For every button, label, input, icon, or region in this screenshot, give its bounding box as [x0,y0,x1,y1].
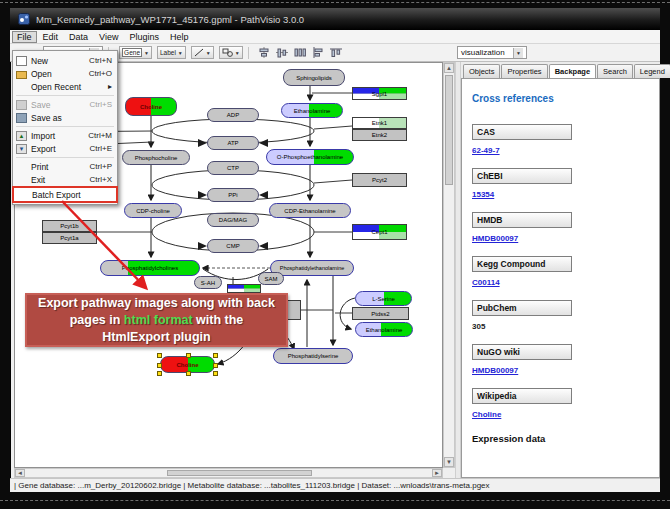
align-top-button[interactable] [329,46,344,59]
selection-handle[interactable] [213,363,218,368]
menu-help[interactable]: Help [165,31,194,43]
node-ethanolamine-top[interactable]: Ethanolamine [281,103,343,118]
node-l-serine[interactable]: L-Serine [355,291,412,306]
menu-item-save-as[interactable]: Save as [13,111,117,124]
menu-item-label: Batch Export [32,190,111,200]
gene-node-sgpl1[interactable]: Sgpl1 [352,87,407,100]
node-phosphocholine[interactable]: Phosphocholine [122,150,190,165]
node-atp[interactable]: ATP [207,136,259,150]
selection-handle[interactable] [157,371,162,376]
scroll-down-icon[interactable]: ▼ [444,457,454,467]
node-ethanolamine-bottom[interactable]: Ethanolamine [355,322,413,337]
spacer [17,190,28,200]
node-phosphatidylserine[interactable]: Phosphatidylserine [273,348,353,364]
gene-node-cept1[interactable]: Cept1 [352,224,407,240]
line-icon [194,48,204,57]
xref-link-wikipedia[interactable]: Choline [472,410,649,419]
menu-data[interactable]: Data [64,31,93,43]
gene-tool-button[interactable]: Gene ▼ [119,46,152,59]
menu-edit[interactable]: Edit [38,31,64,43]
menu-view[interactable]: View [94,31,123,43]
node-sah[interactable]: S-AH [194,276,222,289]
annotation-line2-pre: pages in [70,313,124,327]
node-cdp-ethanolamine[interactable]: CDP-Ethanolamine [269,203,351,218]
menu-item-batch-export[interactable]: Batch Export [14,188,116,201]
annotation-line2-highlight: html format [124,313,193,327]
menu-item-shortcut: Ctrl+X [90,175,112,184]
menu-item-shortcut: Ctrl+S [90,100,112,109]
vertical-scroll-thumb[interactable] [445,75,453,185]
node-sam[interactable]: SAM [258,272,284,285]
menu-item-save[interactable]: Save Ctrl+S [13,98,117,111]
node-cmp[interactable]: CMP [207,239,259,253]
selection-handle[interactable] [157,353,162,358]
menu-item-open[interactable]: Open Ctrl+O [13,67,117,80]
selection-handle[interactable] [186,353,191,358]
node-dag-mag[interactable]: DAG/MAG [207,213,259,227]
selection-handle[interactable] [186,371,191,376]
gene-node-ptdss2[interactable]: Ptdss2 [352,307,409,320]
line-tool-button[interactable]: ▼ [191,46,214,59]
xref-link-cas[interactable]: 62-49-7 [472,146,649,155]
xref-link-nugo[interactable]: HMDB00097 [472,366,649,375]
menu-item-open-recent[interactable]: Open Recent ▸ [13,80,117,93]
gene-node-pcyt2[interactable]: Pcyt2 [352,173,407,187]
spacer [16,82,27,92]
chevron-down-icon[interactable]: ▼ [513,48,523,58]
tab-objects[interactable]: Objects [463,64,500,78]
menu-item-import[interactable]: ▲ Import Ctrl+M [13,129,117,142]
menu-plugins[interactable]: Plugins [124,31,164,43]
chevron-down-icon[interactable]: ▼ [178,50,183,56]
gene-node-pcyt1a[interactable]: Pcyt1a [42,232,97,244]
tab-properties[interactable]: Properties [501,64,547,78]
menu-item-print[interactable]: Print Ctrl+P [13,160,117,173]
chevron-down-icon[interactable]: ▼ [144,50,149,56]
horizontal-scrollbar[interactable]: ◄ ► [14,468,443,478]
vertical-scrollbar[interactable]: ▲ ▼ [443,62,455,468]
gene-node-pemt[interactable] [227,284,261,293]
xref-link-hmdb[interactable]: HMDB00097 [472,234,649,243]
menu-item-export[interactable]: ▼ Export Ctrl+E [13,142,117,155]
xref-link-kegg[interactable]: C00114 [472,278,649,287]
menu-item-shortcut: Ctrl+M [88,131,112,140]
node-choline-top[interactable]: Choline [125,97,177,116]
gene-node-etnk1[interactable]: Etnk1 [352,117,407,129]
gene-node-etnk2[interactable]: Etnk2 [352,129,407,141]
scroll-up-icon[interactable]: ▲ [444,63,454,73]
horizontal-scroll-thumb[interactable] [167,470,312,476]
node-phosphatidylcholines[interactable]: Phosphatidylcholines [100,260,200,276]
menu-separator [16,126,114,127]
chevron-down-icon[interactable]: ▼ [235,50,240,56]
distribute-horizontal-button[interactable] [293,46,308,59]
menu-item-new[interactable]: New Ctrl+N [13,54,117,67]
gene-node-pcyt1b[interactable]: Pcyt1b [42,220,97,232]
node-o-phosphoethanolamine[interactable]: O-Phosphoethanolamine [266,149,354,165]
selection-handle[interactable] [213,353,218,358]
tab-search[interactable]: Search [597,64,633,78]
tab-legend[interactable]: Legend [634,64,670,78]
node-ppi[interactable]: PPi [207,188,259,202]
menu-file[interactable]: File [12,31,37,43]
xref-link-chebi[interactable]: 15354 [472,190,649,199]
node-choline-selected[interactable]: Choline [160,356,215,373]
scroll-right-icon[interactable]: ► [432,469,442,477]
annotation-line3: HtmlExport plugin [102,329,210,346]
align-center-x-button[interactable] [257,46,272,59]
node-ctp[interactable]: CTP [207,161,259,175]
align-center-y-button[interactable] [275,46,290,59]
node-adp[interactable]: ADP [207,108,259,122]
selection-handle[interactable] [213,371,218,376]
chevron-down-icon[interactable]: ▼ [206,50,211,56]
annotation-line2-post: with the [193,313,244,327]
app-icon [18,13,30,25]
shape-tool-button[interactable]: ▼ [219,46,243,59]
menu-item-exit[interactable]: Exit Ctrl+X [13,173,117,186]
node-cdp-choline[interactable]: CDP-choline [124,203,182,218]
selection-handle[interactable] [157,363,162,368]
tab-backpage[interactable]: Backpage [549,64,596,79]
align-left-button[interactable] [311,46,326,59]
scroll-left-icon[interactable]: ◄ [15,469,25,477]
node-sphingolipids[interactable]: Sphingolipids [283,69,345,86]
visualization-select[interactable]: visualization ▼ [457,46,527,59]
label-tool-button[interactable]: Label ▼ [157,46,186,59]
